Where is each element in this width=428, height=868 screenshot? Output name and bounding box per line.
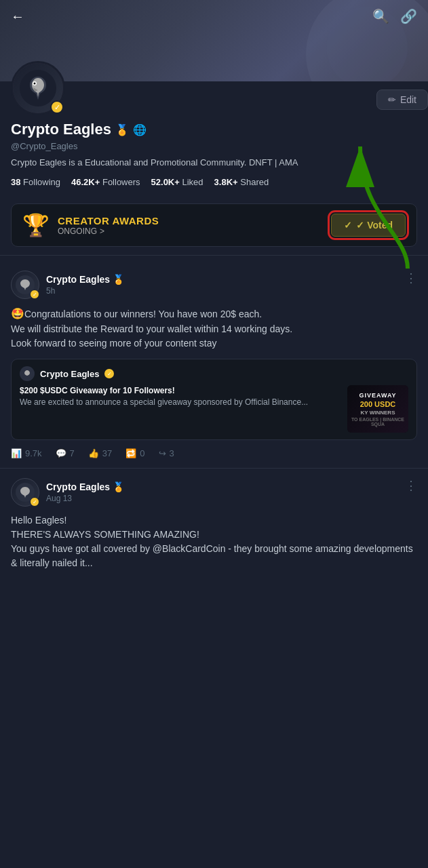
- quoted-image: GIVEAWAY 200 USDC KY WINNERS TO EAGLES |…: [347, 385, 408, 433]
- retweet-icon: 🔁: [125, 448, 136, 458]
- quoted-post-1[interactable]: Crypto Eagles ✓ $200 $USDC Giveaway for …: [11, 359, 417, 440]
- following-stat[interactable]: 38 Following: [11, 177, 60, 187]
- likes-count: 37: [102, 448, 112, 458]
- post-time-2: Aug 13: [46, 494, 124, 503]
- liked-label: Liked: [182, 177, 203, 187]
- following-label: Following: [23, 177, 60, 187]
- share-icon[interactable]: 🔗: [400, 8, 417, 24]
- followers-count: 46.2K+: [71, 177, 100, 187]
- edit-button[interactable]: ✏ Edit: [376, 90, 428, 110]
- giveaway-label: GIVEAWAY: [350, 392, 406, 399]
- rank-badge-icon: 🏅: [115, 123, 129, 136]
- edit-pencil-icon: ✏: [388, 94, 396, 105]
- views-icon: 📊: [11, 448, 22, 458]
- post-card-2: ✓ Crypto Eagles 🏅 Aug 13 ⋮ Hello Eagles!…: [0, 469, 428, 588]
- retweet-count: 0: [140, 448, 144, 458]
- awards-left: 🏆 CREATOR AWARDS ONGOING >: [22, 212, 159, 238]
- shared-count: 3.8K+: [214, 177, 238, 187]
- search-icon[interactable]: 🔍: [372, 8, 389, 24]
- post-content-1: 🤩Congratulations to our winners! You hav…: [11, 306, 417, 351]
- awards-chevron-icon: >: [100, 226, 104, 236]
- post-avatar-1: ✓: [11, 271, 39, 299]
- post-card-1: ✓ Crypto Eagles 🏅 5h ⋮ 🤩Congratulations …: [0, 261, 428, 469]
- likes-stat[interactable]: 👍 37: [88, 448, 112, 458]
- quoted-author-name: Crypto Eagles: [40, 369, 99, 379]
- post-author-1[interactable]: ✓ Crypto Eagles 🏅 5h: [11, 271, 124, 299]
- followers-stat[interactable]: 46.2K+ Followers: [71, 177, 140, 187]
- share-stat[interactable]: ↪ 3: [159, 448, 174, 458]
- verified-badge: ✓: [50, 100, 64, 114]
- post-author-2[interactable]: ✓ Crypto Eagles 🏅 Aug 13: [11, 478, 124, 507]
- quoted-title: $200 $USDC Giveaway for 10 Followers!: [20, 386, 175, 395]
- post-name-1: Crypto Eagles 🏅: [46, 274, 124, 285]
- eagle-logo-icon: [20, 70, 56, 106]
- annotation-arrow: [333, 133, 421, 275]
- post-rank-badge-icon: 🏅: [113, 274, 124, 285]
- quoted-avatar-icon: [22, 368, 33, 379]
- post-author-name-2: Crypto Eagles: [46, 481, 110, 492]
- post-emoji-1: 🤩: [11, 308, 24, 319]
- giveaway-amount: 200 USDC: [350, 400, 406, 408]
- quoted-header: Crypto Eagles ✓: [20, 366, 408, 381]
- post-avatar-verified-badge: ✓: [30, 290, 39, 299]
- svg-point-2: [34, 83, 36, 85]
- post-content-2: Hello Eagles! THERE'S ALWAYS SOMETHING A…: [11, 513, 417, 570]
- edit-label: Edit: [400, 94, 416, 105]
- back-button[interactable]: ←: [11, 9, 24, 24]
- liked-stat[interactable]: 52.0K+ Liked: [151, 177, 203, 187]
- community-badge-icon: 🌐: [133, 123, 147, 136]
- quoted-avatar: [20, 366, 35, 381]
- profile-name: Crypto Eagles: [11, 121, 111, 138]
- comments-count: 7: [70, 448, 75, 458]
- top-navigation: ← 🔍 🔗: [0, 0, 428, 33]
- share-icon: ↪: [159, 448, 166, 458]
- like-icon: 👍: [88, 448, 99, 458]
- quoted-body: $200 $USDC Giveaway for 10 Followers! We…: [20, 385, 408, 433]
- post-avatar-2-verified-badge: ✓: [30, 497, 39, 507]
- awards-text: CREATOR AWARDS ONGOING >: [58, 215, 159, 236]
- quoted-image-content: GIVEAWAY 200 USDC KY WINNERS TO EAGLES |…: [350, 392, 406, 427]
- liked-count: 52.0K+: [151, 177, 180, 187]
- awards-title: CREATOR AWARDS: [58, 215, 159, 226]
- giveaway-footer: TO EAGLES | BINANCE SQUA: [350, 417, 406, 427]
- following-count: 38: [11, 177, 20, 187]
- shared-stat[interactable]: 3.8K+ Shared: [214, 177, 269, 187]
- comments-stat[interactable]: 💬 7: [56, 448, 75, 458]
- post-rank-badge-2-icon: 🏅: [113, 481, 124, 492]
- views-stat[interactable]: 📊 9.7k: [11, 448, 42, 458]
- giveaway-winners: KY WINNERS: [350, 410, 406, 416]
- share-count: 3: [170, 448, 174, 458]
- post-avatar-2: ✓: [11, 478, 39, 507]
- quoted-text: $200 $USDC Giveaway for 10 Followers! We…: [20, 385, 341, 433]
- views-count: 9.7k: [25, 448, 42, 458]
- awards-subtitle: ONGOING >: [58, 226, 159, 236]
- post-time-1: 5h: [46, 286, 124, 296]
- shared-label: Shared: [240, 177, 269, 187]
- post-name-2: Crypto Eagles 🏅: [46, 481, 124, 492]
- quoted-body-text: We are excited to announce a special giv…: [20, 397, 308, 407]
- trophy-icon: 🏆: [22, 212, 50, 238]
- comment-icon: 💬: [56, 448, 66, 458]
- quoted-verified-badge: ✓: [104, 369, 114, 378]
- post-more-icon-2[interactable]: ⋮: [405, 478, 417, 493]
- post-author-name-1: Crypto Eagles: [46, 274, 110, 285]
- awards-ongoing: ONGOING: [58, 226, 97, 236]
- avatar-container: ✓: [11, 61, 65, 115]
- followers-label: Followers: [102, 177, 140, 187]
- retweet-stat[interactable]: 🔁 0: [125, 448, 144, 458]
- post-header-2: ✓ Crypto Eagles 🏅 Aug 13 ⋮: [11, 478, 417, 507]
- post-stats-1: 📊 9.7k 💬 7 👍 37 🔁 0 ↪ 3: [11, 448, 417, 458]
